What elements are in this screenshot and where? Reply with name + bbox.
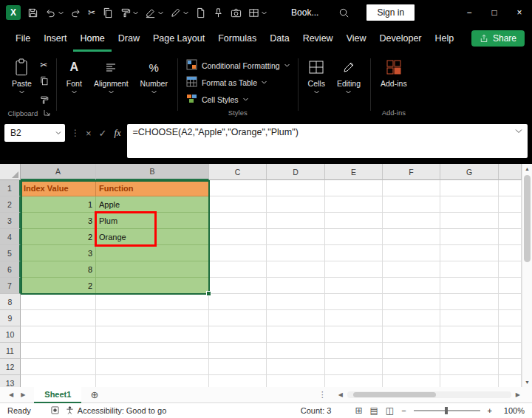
cell-C3[interactable] <box>209 213 267 229</box>
cell-D8[interactable] <box>267 294 325 310</box>
cell-D13[interactable] <box>267 375 325 387</box>
cell-A11[interactable] <box>21 343 96 359</box>
row-header-12[interactable]: 12 <box>0 359 21 375</box>
cell-G1[interactable] <box>440 180 499 196</box>
cell-D7[interactable] <box>267 278 325 294</box>
cell-G13[interactable] <box>440 375 499 387</box>
conditional-formatting-button[interactable]: Conditional Formatting <box>186 59 290 72</box>
cell-D2[interactable] <box>267 196 325 213</box>
cell-C13[interactable] <box>209 375 267 387</box>
cell-E1[interactable] <box>325 180 383 196</box>
cell-A10[interactable] <box>21 326 96 343</box>
cell-C10[interactable] <box>209 326 267 343</box>
cell-G11[interactable] <box>440 343 499 359</box>
copy-icon[interactable] <box>39 75 49 89</box>
cell-B1[interactable]: Function <box>96 180 209 196</box>
cell-C8[interactable] <box>209 294 267 310</box>
table-icon[interactable] <box>248 7 259 18</box>
tab-draw[interactable]: Draw <box>112 25 146 52</box>
cell-F5[interactable] <box>383 245 440 261</box>
cell-E9[interactable] <box>325 310 383 326</box>
pen-icon[interactable] <box>170 7 181 18</box>
tab-insert[interactable]: Insert <box>37 25 73 52</box>
scroll-left-icon[interactable]: ◀ <box>338 392 343 398</box>
cell-C12[interactable] <box>209 359 267 375</box>
zoom-level[interactable]: 100% <box>499 406 525 415</box>
cell-A9[interactable] <box>21 310 96 326</box>
alignment-menu-button[interactable]: Alignment <box>88 54 134 118</box>
camera-icon[interactable] <box>231 7 242 18</box>
cell-C5[interactable] <box>209 245 267 261</box>
cell-E6[interactable] <box>325 261 383 278</box>
name-box[interactable]: B2 <box>4 124 65 142</box>
paste-button[interactable]: Paste <box>6 54 38 97</box>
new-document-icon[interactable] <box>195 7 206 18</box>
cell-B6[interactable] <box>96 261 209 278</box>
cell-B5[interactable] <box>96 245 209 261</box>
vertical-scroll-thumb[interactable] <box>524 175 531 262</box>
tab-formulas[interactable]: Formulas <box>211 25 263 52</box>
tab-page-layout[interactable]: Page Layout <box>146 25 211 52</box>
cell-G5[interactable] <box>440 245 499 261</box>
cell-F1[interactable] <box>383 180 440 196</box>
copy-icon[interactable] <box>102 7 113 18</box>
row-header-3[interactable]: 3 <box>0 213 21 229</box>
cell-E2[interactable] <box>325 196 383 213</box>
cell-G6[interactable] <box>440 261 499 278</box>
editing-menu-button[interactable]: Editing <box>331 54 366 118</box>
cell-A3[interactable]: 3 <box>21 213 96 229</box>
row-header-2[interactable]: 2 <box>0 196 21 213</box>
formula-input[interactable]: =CHOOSE(A2,"Apple","Orange","Plum") <box>127 124 528 158</box>
row-header-4[interactable]: 4 <box>0 229 21 245</box>
undo-icon[interactable] <box>45 7 56 18</box>
cell-B10[interactable] <box>96 326 209 343</box>
tab-home[interactable]: Home <box>73 25 111 52</box>
cell-E5[interactable] <box>325 245 383 261</box>
row-header-11[interactable]: 11 <box>0 343 21 359</box>
cell-C4[interactable] <box>209 229 267 245</box>
column-header-C[interactable]: C <box>209 164 267 180</box>
cell-B11[interactable] <box>96 343 209 359</box>
cell-A7[interactable]: 2 <box>21 278 96 294</box>
cancel-icon[interactable]: × <box>86 128 92 139</box>
enter-check-icon[interactable]: ✓ <box>99 128 107 139</box>
next-sheet-icon[interactable]: ▶ <box>21 391 25 398</box>
cell-G12[interactable] <box>440 359 499 375</box>
cell-G8[interactable] <box>440 294 499 310</box>
cell-E13[interactable] <box>325 375 383 387</box>
minimize-button[interactable]: − <box>457 0 482 25</box>
column-header-F[interactable]: F <box>383 164 440 180</box>
cell-E12[interactable] <box>325 359 383 375</box>
chevron-down-icon[interactable] <box>58 11 64 15</box>
cell-B12[interactable] <box>96 359 209 375</box>
accessibility-status[interactable]: Accessibility: Good to go <box>66 406 166 416</box>
cell-E8[interactable] <box>325 294 383 310</box>
cell-F3[interactable] <box>383 213 440 229</box>
cell-B8[interactable] <box>96 294 209 310</box>
chevron-down-icon[interactable] <box>262 11 267 15</box>
cell-B7[interactable] <box>96 278 209 294</box>
cell-A13[interactable] <box>21 375 96 387</box>
cell-F12[interactable] <box>383 359 440 375</box>
select-all-button[interactable] <box>0 164 21 180</box>
row-header-7[interactable]: 7 <box>0 278 21 294</box>
redo-icon[interactable] <box>70 7 81 18</box>
format-painter-icon[interactable] <box>120 7 131 18</box>
cell-F2[interactable] <box>383 196 440 213</box>
cell-D4[interactable] <box>267 229 325 245</box>
cell-F13[interactable] <box>383 375 440 387</box>
cell-F10[interactable] <box>383 326 440 343</box>
row-header-5[interactable]: 5 <box>0 245 21 261</box>
cell-G2[interactable] <box>440 196 499 213</box>
cell-A1[interactable]: Index Value <box>21 180 96 196</box>
row-header-6[interactable]: 6 <box>0 261 21 278</box>
cell-C7[interactable] <box>209 278 267 294</box>
cell-F8[interactable] <box>383 294 440 310</box>
insert-function-icon[interactable]: fx <box>115 128 121 139</box>
cell-F6[interactable] <box>383 261 440 278</box>
tab-review[interactable]: Review <box>296 25 340 52</box>
cell-B9[interactable] <box>96 310 209 326</box>
cell-D1[interactable] <box>267 180 325 196</box>
tab-data[interactable]: Data <box>263 25 296 52</box>
scroll-right-icon[interactable]: ▶ <box>516 392 520 398</box>
